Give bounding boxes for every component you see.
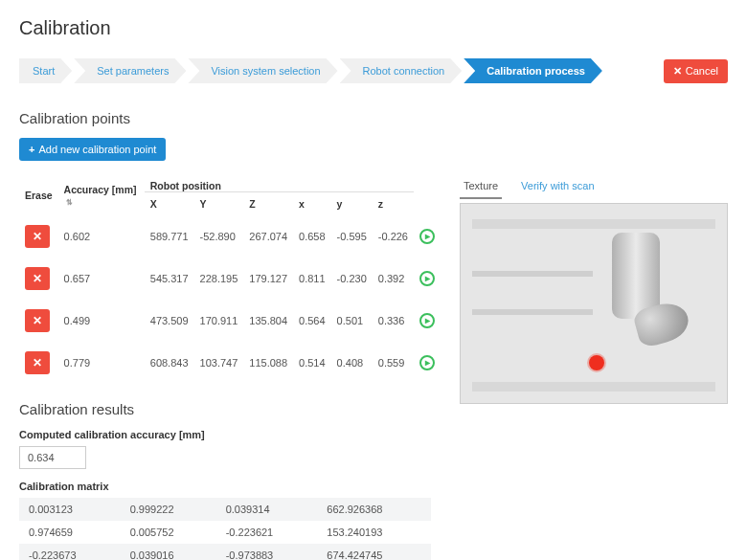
plus-icon: +: [29, 144, 34, 155]
col-erase: Erase: [19, 174, 58, 215]
computed-accuracy-label: Computed calibration accuracy [mm]: [19, 429, 431, 440]
calibration-marker: [589, 355, 604, 370]
cell-X: 545.317: [145, 258, 194, 300]
cell-X: 608.843: [145, 342, 194, 384]
wizard-step-2[interactable]: Vision system selection: [188, 58, 337, 83]
cell-x: 0.658: [293, 215, 331, 258]
table-row: ✕0.602589.771-52.890267.0740.658-0.595-0…: [19, 215, 441, 258]
matrix-cell: -0.223673: [19, 544, 121, 560]
page-title: Calibration: [19, 17, 728, 39]
wizard-step-3[interactable]: Robot connection: [340, 58, 463, 83]
col-accuracy[interactable]: Accuracy [mm] ⇅: [58, 174, 145, 215]
cell-Y: -52.890: [194, 215, 244, 258]
table-row: ✕0.499473.509170.911135.8040.5640.5010.3…: [19, 300, 441, 342]
col-x: x: [293, 192, 331, 216]
sort-icon: ⇅: [66, 198, 73, 207]
wizard-bar: StartSet parametersVision system selecti…: [19, 58, 728, 83]
matrix-cell: 674.424745: [317, 544, 431, 560]
erase-point-button[interactable]: ✕: [25, 351, 50, 374]
cell-y: 0.408: [331, 342, 373, 384]
add-point-label: Add new calibration point: [38, 144, 156, 155]
add-calibration-point-button[interactable]: +Add new calibration point: [19, 138, 166, 161]
record-point-button[interactable]: ▸: [419, 271, 435, 286]
wizard-step-4[interactable]: Calibration process: [464, 58, 602, 83]
cell-x: 0.514: [293, 342, 331, 384]
matrix-cell: 0.974659: [19, 521, 121, 544]
calibration-points-table: Erase Accuracy [mm] ⇅ Robot position X Y…: [19, 174, 441, 384]
cell-x: 0.564: [293, 300, 331, 342]
cell-Y: 103.747: [194, 342, 244, 384]
col-group-robot-position: Robot position: [145, 174, 414, 192]
cell-accuracy: 0.779: [58, 342, 145, 384]
computed-accuracy-value: 0.634: [19, 446, 86, 469]
cell-accuracy: 0.499: [58, 300, 145, 342]
cancel-button[interactable]: ✕Cancel: [664, 59, 728, 83]
calibration-matrix-table: 0.0031230.9992220.039314662.9263680.9746…: [19, 498, 431, 560]
cell-accuracy: 0.657: [58, 258, 145, 300]
cell-y: -0.595: [331, 215, 373, 258]
matrix-cell: -0.973883: [216, 544, 318, 560]
table-row: ✕0.779608.843103.747115.0880.5140.4080.5…: [19, 342, 441, 384]
record-point-button[interactable]: ▸: [419, 229, 435, 244]
cell-X: 589.771: [145, 215, 194, 258]
col-Z: Z: [243, 192, 293, 216]
preview-tab-0[interactable]: Texture: [460, 174, 502, 199]
record-point-button[interactable]: ▸: [419, 355, 435, 370]
erase-point-button[interactable]: ✕: [25, 267, 50, 290]
cell-Z: 115.088: [243, 342, 293, 384]
results-section-title: Calibration results: [19, 401, 431, 417]
cell-x: 0.811: [293, 258, 331, 300]
cell-z: 0.392: [373, 258, 414, 300]
col-X: X: [145, 192, 194, 216]
col-accuracy-label: Accuracy [mm]: [64, 184, 137, 195]
matrix-cell: 662.926368: [317, 498, 431, 521]
wizard-step-1[interactable]: Set parameters: [74, 58, 186, 83]
record-point-button[interactable]: ▸: [419, 313, 435, 328]
cell-Y: 170.911: [194, 300, 244, 342]
cell-Y: 228.195: [194, 258, 244, 300]
cell-z: 0.336: [373, 300, 414, 342]
cell-z: -0.226: [373, 215, 414, 258]
cell-Z: 267.074: [243, 215, 293, 258]
cell-X: 473.509: [145, 300, 194, 342]
points-section-title: Calibration points: [19, 110, 728, 126]
erase-point-button[interactable]: ✕: [25, 225, 50, 248]
cell-z: 0.559: [373, 342, 414, 384]
cell-accuracy: 0.602: [58, 215, 145, 258]
cell-Z: 135.804: [243, 300, 293, 342]
cell-y: -0.230: [331, 258, 373, 300]
erase-point-button[interactable]: ✕: [25, 309, 50, 332]
col-y: y: [331, 192, 373, 216]
cell-y: 0.501: [331, 300, 373, 342]
matrix-cell: 0.005752: [121, 521, 216, 544]
cancel-label: Cancel: [686, 65, 718, 77]
matrix-label: Calibration matrix: [19, 481, 431, 492]
matrix-cell: -0.223621: [216, 521, 318, 544]
matrix-cell: 0.039314: [216, 498, 318, 521]
matrix-cell: 153.240193: [317, 521, 431, 544]
cell-Z: 179.127: [243, 258, 293, 300]
close-icon: ✕: [673, 65, 682, 77]
texture-preview-image[interactable]: [460, 203, 728, 404]
wizard-step-0[interactable]: Start: [19, 58, 72, 83]
preview-tab-1[interactable]: Verify with scan: [517, 174, 598, 199]
matrix-cell: 0.999222: [121, 498, 216, 521]
matrix-cell: 0.039016: [121, 544, 216, 560]
table-row: ✕0.657545.317228.195179.1270.811-0.2300.…: [19, 258, 441, 300]
col-z: z: [373, 192, 414, 216]
matrix-cell: 0.003123: [19, 498, 121, 521]
col-Y: Y: [194, 192, 244, 216]
